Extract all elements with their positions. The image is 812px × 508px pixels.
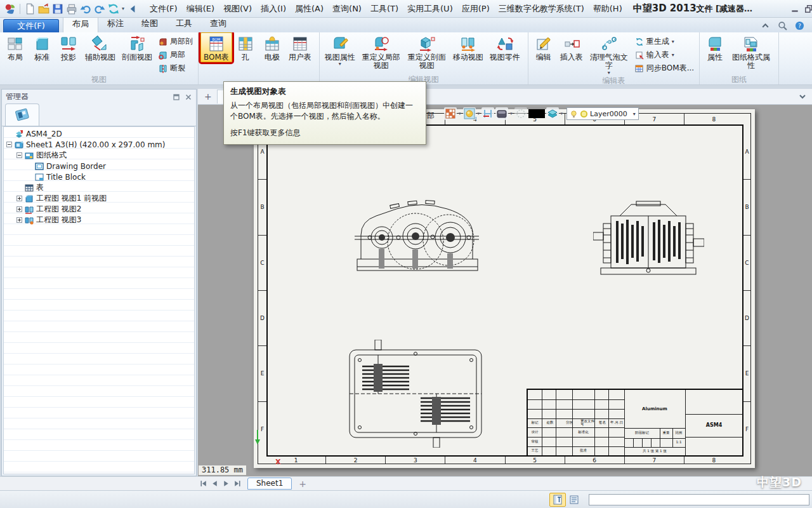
ribbon-button[interactable]: 图纸格式属性 [728,32,774,71]
ribbon-small-button[interactable]: 局部 [157,49,195,61]
ribbon-small-button[interactable]: 局部剖 [157,36,195,48]
ribbon-tab[interactable]: 布局 [63,16,98,32]
menu-item[interactable]: 查询(N) [328,1,366,17]
tree-item[interactable]: 图纸格式 [4,150,194,161]
dropdown-arrow-icon[interactable] [672,52,674,58]
ribbon-button[interactable]: 投影 [55,32,82,62]
ribbon-button[interactable]: 重定义局部视图 [358,32,404,71]
chevron-down-icon[interactable] [633,111,636,117]
sheet-prev-icon[interactable] [211,479,219,488]
hatch-style-icon[interactable] [481,107,494,120]
ribbon-button[interactable]: 编辑 [530,32,557,76]
menu-item[interactable]: 工具(T) [366,1,403,17]
ribbon-button[interactable]: 剖面视图 [119,32,155,62]
ribbon-button[interactable]: 标准 [29,32,55,62]
layer-combo[interactable]: Layer0000 [566,107,639,120]
ribbon-tab[interactable]: 工具 [167,16,201,32]
panel-close-icon[interactable] [185,93,192,101]
dropdown-arrow-icon[interactable]: ▾ [477,111,481,116]
manager-tree-tab[interactable] [5,104,39,126]
add-document-icon[interactable]: + [204,92,212,101]
tree-item[interactable]: ASM4_2D [4,128,194,139]
tree-item[interactable]: 工程图 视图1 前视图 [4,193,194,204]
ribbon-button[interactable]: 辅助视图 [82,32,119,62]
tree-expander[interactable] [16,152,22,158]
minimize-icon[interactable] [790,4,799,13]
menu-item[interactable]: 实用工具(U) [403,1,457,17]
top-view-drawing[interactable] [346,340,485,448]
layer-stack-icon[interactable] [546,107,559,120]
save-icon[interactable] [52,3,63,15]
ribbon-small-button[interactable]: 重生成 [633,36,696,48]
view-display-icon[interactable] [463,107,476,120]
ribbon-tab[interactable]: 绘图 [133,16,167,32]
chevron-down-icon[interactable] [798,92,807,101]
command-input[interactable] [589,494,809,505]
tree-item[interactable]: 工程图 视图2 [4,204,194,215]
ribbon-button[interactable]: 孔 [232,32,259,62]
collapse-left-icon[interactable] [127,3,138,15]
new-file-icon[interactable] [24,3,36,15]
chevron-up-icon[interactable] [761,21,770,30]
ribbon-small-button[interactable]: 断裂 [157,62,195,74]
print-icon[interactable] [66,3,77,15]
shade-mode-icon[interactable] [495,107,508,120]
front-view-drawing[interactable] [352,198,482,276]
dropdown-arrow-icon[interactable]: ▾ [560,111,564,116]
tree-expander[interactable] [6,142,12,147]
tree-item[interactable]: 工程图 视图3 [4,215,194,225]
title-block[interactable]: 标记处数分区更改文件号签名年.月.日 设计 标准化 审核 工艺 批准 阶段标记 … [527,389,743,457]
ribbon-button[interactable]: BOM BOM表 [200,32,232,62]
ribbon-button[interactable]: 用户表 [285,32,315,62]
panel-float-icon[interactable] [173,93,180,101]
search-icon[interactable] [778,21,787,30]
ribbon-button[interactable]: 布局 [2,32,29,62]
tree-expander[interactable] [16,196,22,201]
list-mode-button[interactable] [566,493,582,507]
dropdown-arrow-icon[interactable] [608,70,610,76]
tree-item[interactable]: 表 [4,182,194,193]
open-file-icon[interactable] [38,3,49,15]
menu-item[interactable]: 编辑(E) [182,1,219,17]
ribbon-button[interactable]: 属性 [702,32,728,71]
sheet-tab[interactable]: Sheet1 [247,478,292,490]
ribbon-small-button[interactable]: 同步BOM表... [633,62,696,74]
file-menu-button[interactable]: 文件(F) [3,19,59,32]
dropdown-arrow-icon[interactable]: ▾ [458,111,462,116]
menu-item[interactable]: 文件(F) [145,1,182,17]
drawing-canvas[interactable]: 12345678 12345678 ABCDEF ABCDEF [198,105,812,476]
redo-icon[interactable] [94,3,105,15]
sheet-last-icon[interactable] [233,479,242,488]
menu-item[interactable]: 属性(A) [291,1,328,17]
ribbon-button[interactable]: 清理气泡文字 [586,32,632,76]
sheet-next-icon[interactable] [222,479,230,488]
text-mode-button[interactable] [549,493,566,507]
restore-icon[interactable] [804,4,812,13]
dropdown-arrow-icon[interactable]: ▾ [509,111,513,116]
ribbon-small-button[interactable]: 输入表 [633,49,696,61]
side-view-drawing[interactable] [593,197,704,278]
qat-dropdown-icon[interactable]: ▾ [122,6,124,11]
menu-item[interactable]: 应用(P) [457,1,494,17]
ribbon-button[interactable]: 重定义剖面视图 [404,32,450,71]
ribbon-tab[interactable]: 标注 [98,16,133,32]
menu-item[interactable]: 三维数字化教学系统(T) [494,1,589,17]
dropdown-arrow-icon[interactable] [339,62,341,67]
menu-item[interactable]: 插入(I) [256,1,291,17]
tree-expander[interactable] [16,217,22,223]
ribbon-tab[interactable]: 查询 [201,16,235,32]
tree-item[interactable]: Drawing Border [4,161,194,171]
menu-item[interactable]: 视图(V) [219,1,256,17]
help-icon[interactable]: ? [795,21,804,30]
ribbon-button[interactable]: 视图属性 [322,32,358,71]
grid-snap-icon[interactable] [444,107,457,120]
add-sheet-icon[interactable]: + [299,479,306,489]
tree-expander[interactable] [16,206,22,212]
ribbon-button[interactable]: 视图零件 [487,32,523,71]
menu-item[interactable]: 帮助(H) [589,1,627,17]
line-color-swatch[interactable] [528,109,545,119]
sheet-first-icon[interactable] [199,479,207,488]
dropdown-arrow-icon[interactable] [672,39,674,44]
ribbon-button[interactable]: 移动视图 [450,32,487,71]
tree-item[interactable]: Sheet1 A3(H) (420.00 x 297.00 mm) [4,139,194,150]
